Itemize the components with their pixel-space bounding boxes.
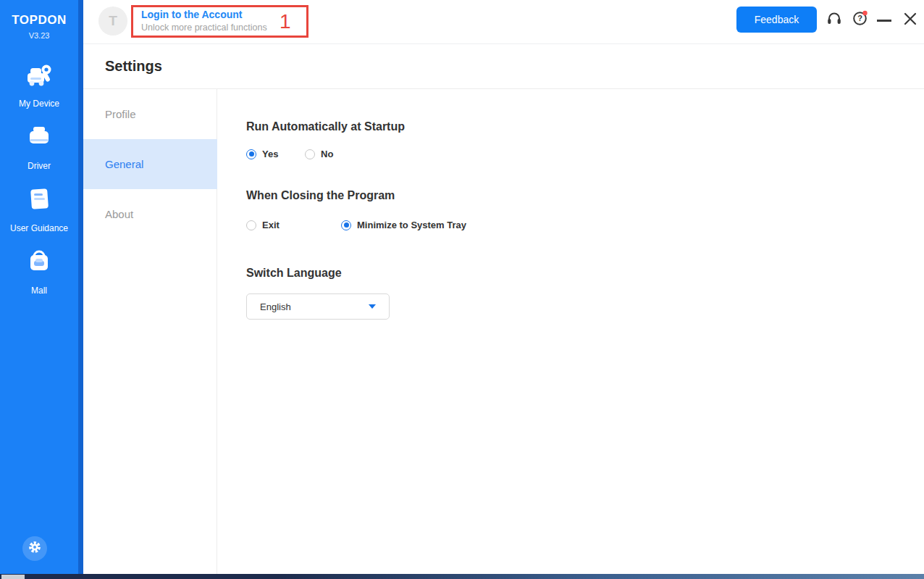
radio-startup-yes-label: Yes xyxy=(262,149,278,159)
tab-profile-label: Profile xyxy=(105,108,136,120)
tab-general[interactable]: General xyxy=(83,139,217,189)
avatar-letter: T xyxy=(109,13,117,29)
user-guidance-icon xyxy=(24,184,54,217)
app-logo: TOPDON xyxy=(0,13,78,28)
my-device-icon xyxy=(24,61,54,94)
tab-profile[interactable]: Profile xyxy=(83,89,217,139)
section-heading-closing: When Closing the Program xyxy=(246,189,395,202)
help-button[interactable]: ? xyxy=(852,12,868,28)
sidebar-settings-button[interactable] xyxy=(22,536,47,561)
sidebar-item-driver[interactable] xyxy=(0,122,78,155)
support-headset-button[interactable] xyxy=(826,12,842,28)
tab-about[interactable]: About xyxy=(83,189,217,239)
radio-selected-icon xyxy=(246,149,256,159)
radio-unselected-icon xyxy=(246,220,256,230)
section-heading-startup: Run Automatically at Startup xyxy=(246,120,405,133)
sidebar-item-user-guidance[interactable] xyxy=(0,184,78,217)
section-heading-language: Switch Language xyxy=(246,267,342,280)
language-dropdown-value: English xyxy=(260,301,369,312)
page-title: Settings xyxy=(105,58,162,75)
minimize-button[interactable] xyxy=(877,20,891,22)
sidebar-label-driver[interactable]: Driver xyxy=(0,161,78,171)
annotation-number: 1 xyxy=(280,10,291,33)
sidebar-label-user-guidance[interactable]: User Guidance xyxy=(0,223,78,233)
radio-startup-no[interactable]: No xyxy=(305,149,333,159)
os-taskbar-edge xyxy=(0,574,924,579)
gear-icon xyxy=(28,541,41,557)
radio-closing-minimize[interactable]: Minimize to System Tray xyxy=(341,220,466,230)
radio-startup-no-label: No xyxy=(321,149,333,159)
settings-title-bar xyxy=(83,45,924,89)
sidebar-item-my-device[interactable] xyxy=(0,61,78,94)
radio-closing-exit-label: Exit xyxy=(262,220,280,230)
sidebar-edge-stripe xyxy=(78,0,83,574)
sidebar-item-mall[interactable] xyxy=(0,246,78,280)
sidebar-label-my-device[interactable]: My Device xyxy=(0,99,78,109)
chevron-down-icon xyxy=(369,304,376,309)
radio-selected-icon xyxy=(341,220,351,230)
svg-text:?: ? xyxy=(857,14,862,22)
os-taskbar-button xyxy=(1,575,25,579)
close-button[interactable] xyxy=(902,12,918,28)
question-mark-icon: ? xyxy=(852,10,868,29)
tab-general-label: General xyxy=(105,158,143,170)
feedback-button[interactable]: Feedback xyxy=(736,7,817,33)
driver-icon xyxy=(24,122,54,155)
app-version: V3.23 xyxy=(0,31,78,40)
close-icon xyxy=(903,12,917,29)
radio-closing-exit[interactable]: Exit xyxy=(246,220,280,230)
avatar[interactable]: T xyxy=(98,7,127,36)
mall-icon xyxy=(24,246,54,280)
radio-closing-minimize-label: Minimize to System Tray xyxy=(357,220,466,230)
language-dropdown[interactable]: English xyxy=(246,293,390,320)
radio-unselected-icon xyxy=(305,149,315,159)
sidebar-label-mall[interactable]: Mall xyxy=(0,286,78,296)
headset-icon xyxy=(826,10,842,29)
tab-about-label: About xyxy=(105,208,133,220)
radio-startup-yes[interactable]: Yes xyxy=(246,149,278,159)
